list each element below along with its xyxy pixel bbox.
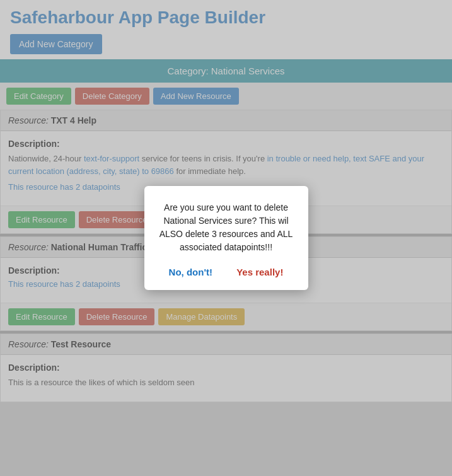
modal-yes-button[interactable]: Yes really! bbox=[236, 267, 283, 277]
modal-actions: No, don't! Yes really! bbox=[157, 267, 296, 277]
modal-no-button[interactable]: No, don't! bbox=[169, 267, 212, 277]
modal-overlay: Are you sure you want to delete National… bbox=[0, 0, 452, 476]
modal-message: Are you sure you want to delete National… bbox=[157, 201, 296, 254]
modal-box: Are you sure you want to delete National… bbox=[144, 186, 308, 290]
